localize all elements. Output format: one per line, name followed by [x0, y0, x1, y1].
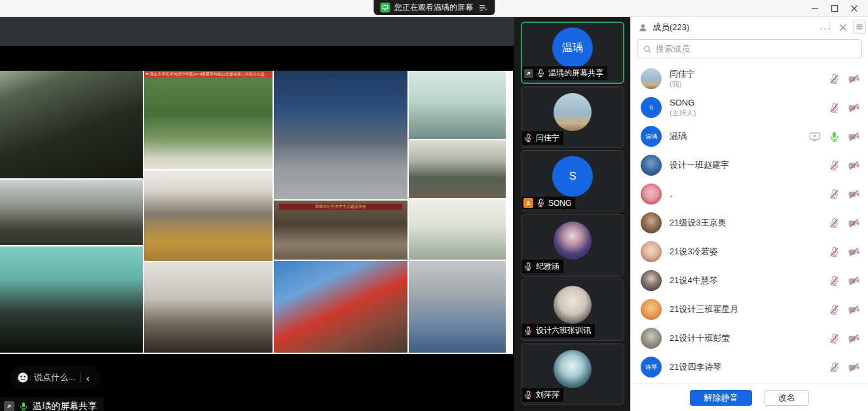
- close-button[interactable]: [844, 1, 864, 16]
- mic-muted-icon: [828, 188, 840, 201]
- collage-column-3: 邯郸市社区大学生态建设大会: [274, 71, 407, 354]
- member-name: 21设计三班霍星月: [670, 304, 828, 315]
- avatar: [641, 299, 662, 320]
- member-row[interactable]: 21设计三班霍星月: [631, 295, 868, 324]
- collage-photo: [274, 261, 407, 353]
- member-row[interactable]: 。: [631, 180, 868, 208]
- camera-muted-icon: [848, 217, 860, 229]
- screen-share-green-icon: [380, 3, 390, 12]
- members-icon: [637, 22, 649, 33]
- participant-thumbnail[interactable]: 闫佳宁: [521, 86, 624, 148]
- collage-photo: [144, 262, 273, 353]
- maximize-button[interactable]: [825, 1, 844, 16]
- members-list: 闫佳宁 (我) S: [631, 64, 868, 383]
- participant-thumbnail[interactable]: S SONG: [521, 150, 624, 212]
- collage-photo: [409, 261, 506, 353]
- participant-thumbnail[interactable]: 设计六班张训讯: [521, 279, 624, 341]
- screen-share-status-badge: 温瑀的屏幕共享: [0, 397, 104, 411]
- host-badge-icon: [523, 198, 533, 208]
- member-name: 21级设3王京奥: [670, 218, 828, 228]
- shared-screen-view: ❤ 燕山大学艺术与设计学院2019春夏班与初心志愿者第二次联合公益: [0, 17, 514, 411]
- avatar: [641, 241, 662, 262]
- collage-column-1: [0, 71, 143, 354]
- unmute-button[interactable]: 解除静音: [690, 390, 752, 406]
- mic-muted-icon: [828, 73, 840, 85]
- collage-column-2: ❤ 燕山大学艺术与设计学院2019春夏班与初心志愿者第二次联合公益: [144, 71, 273, 354]
- mic-on-icon: [828, 130, 840, 143]
- shared-screen-topbar: [0, 17, 514, 46]
- avatar: [641, 270, 662, 291]
- collage-photo: [274, 71, 407, 199]
- collage-photo: [0, 71, 143, 178]
- member-role: (我): [670, 79, 828, 88]
- member-row[interactable]: 设计一班赵建宇: [631, 151, 868, 180]
- photo-banner-text: ❤ 燕山大学艺术与设计学院2019春夏班与初心志愿者第二次联合公益: [144, 71, 273, 77]
- collage-photo: [0, 180, 143, 245]
- camera-muted-icon: [848, 73, 860, 85]
- close-panel-icon[interactable]: [839, 24, 847, 31]
- member-name: 21设4牛慧琴: [670, 275, 828, 286]
- screen-share-icon: [524, 69, 533, 78]
- divider: [829, 21, 830, 34]
- rename-button[interactable]: 改名: [764, 390, 809, 406]
- avatar: 诗琴: [641, 357, 662, 378]
- comment-bar[interactable]: 说点什么... ‹: [10, 366, 101, 389]
- member-row[interactable]: 21设4牛慧琴: [631, 266, 868, 295]
- collage-photo: [0, 246, 143, 353]
- collage-photo: [409, 199, 506, 260]
- member-name: 设计一班赵建宇: [670, 160, 828, 170]
- collage-photo: ❤ 燕山大学艺术与设计学院2019春夏班与初心志愿者第二次联合公益: [144, 71, 273, 169]
- mic-muted-icon: [828, 159, 840, 172]
- members-footer: 解除静音 改名: [631, 383, 868, 411]
- member-row[interactable]: S SONG (主持人): [631, 93, 868, 122]
- member-row[interactable]: 闫佳宁 (我): [631, 64, 868, 93]
- avatar: [554, 222, 592, 260]
- collapse-chevron-icon[interactable]: ‹: [86, 373, 90, 383]
- member-row[interactable]: 温瑀 温瑀: [631, 122, 868, 151]
- member-row[interactable]: 21级设3王京奥: [631, 208, 868, 237]
- participant-name: 刘萍萍: [536, 389, 559, 401]
- mic-muted-icon: [828, 217, 840, 229]
- mic-muted-icon: [523, 262, 533, 271]
- search-input[interactable]: [656, 44, 856, 54]
- collage-photo: [409, 71, 506, 139]
- avatar: [554, 286, 592, 324]
- window-titlebar: 您正在观看温瑀的屏幕: [0, 0, 868, 17]
- avatar: S: [552, 156, 593, 197]
- member-row[interactable]: 21设3冷若姿: [631, 237, 868, 266]
- member-row[interactable]: 21设计十班彭莹: [631, 324, 868, 353]
- minimize-button[interactable]: [805, 1, 825, 16]
- members-panel-header: 成员(223) ···: [631, 20, 868, 35]
- mic-muted-icon: [536, 198, 546, 208]
- mic-on-icon: [536, 68, 546, 78]
- share-status-label: 温瑀的屏幕共享: [33, 401, 97, 411]
- member-name: 闫佳宁: [670, 69, 828, 79]
- mic-muted-icon: [523, 390, 533, 400]
- search-box[interactable]: [637, 39, 862, 58]
- watching-screen-banner: 您正在观看温瑀的屏幕: [373, 0, 495, 15]
- mic-muted-icon: [523, 326, 533, 336]
- banner-menu-icon[interactable]: [478, 3, 488, 13]
- thumbnail-label: 温瑀的屏幕共享: [522, 66, 607, 80]
- thumbnail-label: 闫佳宁: [521, 131, 563, 145]
- participant-thumbnail[interactable]: 温瑀 温瑀的屏幕共享: [521, 22, 624, 84]
- camera-muted-icon: [848, 188, 860, 201]
- avatar: [641, 184, 662, 205]
- member-name: 温瑀: [670, 131, 808, 142]
- members-title: 成员(223): [652, 22, 689, 33]
- panel-dock-toggle-icon[interactable]: [853, 20, 866, 34]
- emoji-icon[interactable]: [17, 372, 29, 383]
- comment-input[interactable]: 说点什么...: [34, 372, 75, 383]
- avatar: S: [641, 97, 662, 118]
- camera-muted-icon: [848, 130, 860, 143]
- member-row[interactable]: 诗琴 21设四李诗琴: [631, 353, 868, 382]
- participant-thumbnail[interactable]: 刘萍萍: [521, 343, 624, 405]
- member-name: 21设计十班彭莹: [670, 333, 828, 343]
- participant-name: 闫佳宁: [536, 132, 559, 144]
- divider: [81, 373, 81, 382]
- participant-name: 温瑀的屏幕共享: [548, 68, 603, 79]
- member-name: 21设四李诗琴: [670, 362, 828, 372]
- member-name: SONG: [670, 98, 828, 108]
- participant-thumbnail[interactable]: 纪雅涵: [521, 214, 624, 277]
- camera-muted-icon: [848, 275, 860, 287]
